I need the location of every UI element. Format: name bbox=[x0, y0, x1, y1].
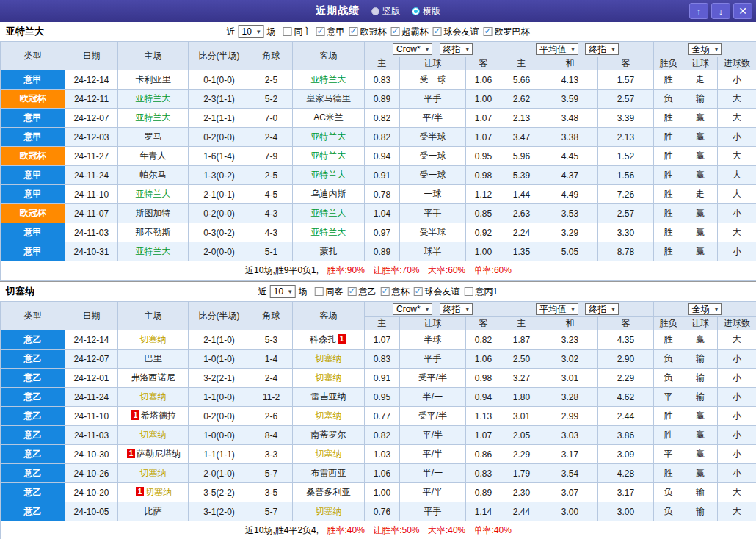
checkbox-checked-icon[interactable] bbox=[390, 27, 399, 36]
checkbox-checked-icon[interactable] bbox=[316, 27, 324, 36]
radio-icon[interactable] bbox=[412, 7, 420, 15]
odds-final-select[interactable]: 终指▾ bbox=[440, 303, 473, 315]
checkbox-checked-icon[interactable] bbox=[349, 27, 357, 36]
corner-cell: 4-3 bbox=[250, 204, 293, 223]
checkbox-unchecked-icon[interactable] bbox=[283, 27, 291, 36]
filter-prefix-label: 近 bbox=[227, 26, 236, 38]
away-team-cell[interactable]: 亚特兰大 bbox=[293, 147, 365, 166]
home-team-cell[interactable]: 斯图加特 bbox=[118, 204, 189, 223]
home-team-cell[interactable]: 弗洛西诺尼 bbox=[118, 369, 189, 388]
avg-odds-away: 2.90 bbox=[598, 350, 654, 369]
goals-result-cell: 小 bbox=[718, 369, 756, 388]
checkbox-checked-icon[interactable] bbox=[432, 27, 441, 36]
home-team-cell[interactable]: 亚特兰大 bbox=[118, 242, 189, 261]
move-down-button[interactable]: ↓ bbox=[711, 3, 730, 19]
handicap-result-cell: 赢 bbox=[683, 223, 718, 242]
corner-cell: 4-3 bbox=[250, 223, 293, 242]
home-team-cell[interactable]: 年青人 bbox=[118, 147, 189, 166]
away-team-cell[interactable]: 亚特兰大 bbox=[293, 128, 365, 147]
home-team-cell[interactable]: 1萨勒尼塔纳 bbox=[118, 445, 189, 464]
result-cell: 胜 bbox=[654, 70, 683, 90]
away-team-cell[interactable]: 亚特兰大 bbox=[293, 166, 365, 185]
away-team-cell[interactable]: 切塞纳 bbox=[293, 350, 365, 369]
scope-select[interactable]: 全场▾ bbox=[688, 43, 722, 55]
away-team-cell[interactable]: 科森扎1 bbox=[293, 330, 365, 350]
away-team-cell[interactable]: 切塞纳 bbox=[293, 502, 365, 521]
away-team-cell[interactable]: 蒙扎 bbox=[293, 242, 365, 261]
away-team-cell[interactable]: 切塞纳 bbox=[293, 445, 365, 464]
away-team-cell[interactable]: 雷吉亚纳 bbox=[293, 388, 365, 407]
away-team-cell[interactable]: 皇家马德里 bbox=[293, 90, 365, 109]
home-team-cell[interactable]: 切塞纳 bbox=[118, 426, 189, 445]
home-team-cell[interactable]: 巴里 bbox=[118, 350, 189, 369]
view-mode-horizontal[interactable]: 横版 bbox=[412, 5, 440, 18]
odds-company-select[interactable]: Crow*▾ bbox=[393, 43, 432, 55]
home-team-cell[interactable]: 1希塔德拉 bbox=[118, 407, 189, 426]
handicap-odds-line: 受一球 bbox=[400, 147, 466, 166]
avg-odds-draw: 3.54 bbox=[542, 464, 598, 483]
home-team-cell[interactable]: 比萨 bbox=[118, 502, 189, 521]
away-team-cell[interactable]: 切塞纳 bbox=[293, 407, 365, 426]
avg-company-select[interactable]: 平均值▾ bbox=[536, 303, 578, 315]
home-team-cell[interactable]: 亚特兰大 bbox=[118, 90, 189, 109]
checkbox-checked-icon[interactable] bbox=[414, 287, 423, 296]
filter-checkbox-4[interactable]: 球会友谊 bbox=[432, 26, 479, 38]
filter-checkbox-0[interactable]: 同主 bbox=[283, 26, 311, 38]
filter-checkbox-5[interactable]: 欧罗巴杯 bbox=[483, 26, 529, 38]
goals-result-cell: 大 bbox=[718, 185, 756, 204]
checkbox-checked-icon[interactable] bbox=[483, 27, 492, 36]
home-team-cell[interactable]: 亚特兰大 bbox=[118, 185, 189, 204]
handicap-odds-home: 1.00 bbox=[365, 483, 400, 502]
radio-icon[interactable] bbox=[371, 7, 379, 15]
avg-odds-draw: 3.02 bbox=[542, 350, 598, 369]
checkbox-checked-icon[interactable] bbox=[381, 287, 390, 296]
move-up-button[interactable]: ↑ bbox=[689, 3, 708, 19]
home-team-cell[interactable]: 1切塞纳 bbox=[118, 483, 189, 502]
scope-select[interactable]: 全场▾ bbox=[688, 303, 722, 315]
home-team-cell[interactable]: 帕尔马 bbox=[118, 166, 189, 185]
away-team-cell[interactable]: 乌迪内斯 bbox=[293, 185, 365, 204]
filter-checkbox-1[interactable]: 意乙 bbox=[348, 286, 377, 298]
odds-company-select[interactable]: Crow*▾ bbox=[393, 303, 432, 315]
recent-count-select[interactable]: 10▾ bbox=[270, 285, 296, 298]
home-team-cell[interactable]: 切塞纳 bbox=[118, 330, 189, 350]
result-cell: 负 bbox=[654, 369, 683, 388]
match-row: 欧冠杯24-11-27年青人1-6(1-4)7-9亚特兰大0.94受一球0.95… bbox=[1, 147, 756, 166]
view-mode-vertical[interactable]: 竖版 bbox=[371, 5, 400, 18]
filter-checkbox-3[interactable]: 球会友谊 bbox=[414, 286, 460, 298]
away-team-cell[interactable]: 南蒂罗尔 bbox=[293, 426, 365, 445]
away-team-cell[interactable]: 亚特兰大 bbox=[293, 223, 365, 242]
summary-cell: 近10场,胜4平2负4, 胜率:40% 让胜率:50% 大率:40% 单率:40… bbox=[1, 521, 756, 539]
home-team-cell[interactable]: 罗马 bbox=[118, 128, 189, 147]
avg-final-select[interactable]: 终指▾ bbox=[585, 303, 619, 315]
away-team-cell[interactable]: 亚特兰大 bbox=[293, 70, 365, 90]
close-button[interactable]: ✕ bbox=[733, 3, 752, 19]
away-team-cell[interactable]: 亚特兰大 bbox=[293, 204, 365, 223]
away-team-cell[interactable]: AC米兰 bbox=[293, 109, 365, 128]
away-team-cell[interactable]: 切塞纳 bbox=[293, 369, 365, 388]
handicap-result-cell: 输 bbox=[683, 483, 718, 502]
away-team-cell[interactable]: 布雷西亚 bbox=[293, 464, 365, 483]
avg-odds-away: 4.62 bbox=[598, 388, 654, 407]
filter-checkbox-1[interactable]: 意甲 bbox=[316, 26, 344, 38]
checkbox-unchecked-icon[interactable] bbox=[465, 287, 473, 296]
match-date: 24-10-05 bbox=[65, 502, 118, 521]
home-team-cell[interactable]: 切塞纳 bbox=[118, 388, 189, 407]
away-team-cell[interactable]: 桑普多利亚 bbox=[293, 483, 365, 502]
home-team-cell[interactable]: 那不勒斯 bbox=[118, 223, 189, 242]
home-team-cell[interactable]: 卡利亚里 bbox=[118, 70, 189, 90]
team-name-text: 斯图加特 bbox=[136, 208, 171, 218]
filter-checkbox-0[interactable]: 同客 bbox=[315, 286, 344, 298]
checkbox-checked-icon[interactable] bbox=[348, 287, 357, 296]
avg-final-select[interactable]: 终指▾ bbox=[585, 43, 619, 55]
home-team-cell[interactable]: 切塞纳 bbox=[118, 464, 189, 483]
recent-count-select[interactable]: 10▾ bbox=[239, 25, 264, 38]
filter-checkbox-2[interactable]: 欧冠杯 bbox=[349, 26, 386, 38]
avg-company-select[interactable]: 平均值▾ bbox=[536, 43, 578, 55]
checkbox-unchecked-icon[interactable] bbox=[315, 287, 324, 296]
filter-checkbox-2[interactable]: 意杯 bbox=[381, 286, 410, 298]
filter-checkbox-4[interactable]: 意丙1 bbox=[465, 286, 498, 298]
odds-final-select[interactable]: 终指▾ bbox=[440, 43, 473, 55]
filter-checkbox-3[interactable]: 超霸杯 bbox=[390, 26, 428, 38]
home-team-cell[interactable]: 亚特兰大 bbox=[118, 109, 189, 128]
